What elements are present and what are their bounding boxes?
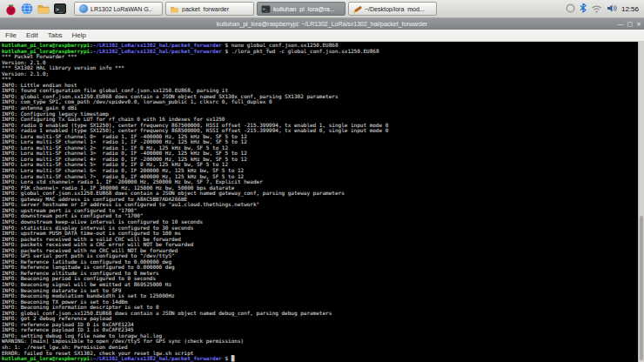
volume-icon[interactable] [607, 1, 617, 17]
window-title: kutluhan_pi_lora@raspberrypi: ~/LR1302_L… [0, 18, 644, 30]
svg-text:>_: >_ [263, 6, 268, 12]
terminal-scrollbar[interactable] [638, 42, 644, 362]
clock: 12:56 [621, 5, 639, 13]
terminal-icon: >_ [261, 4, 271, 14]
window-controls: — ▢ ✕ [618, 18, 642, 30]
desktop: >_ LR1302 LoRaWAN G.. packet_forwarder [0, 0, 644, 362]
maximize-button[interactable]: ▢ [627, 18, 634, 30]
menu-help[interactable]: Help [72, 31, 86, 39]
browser-globe-icon[interactable] [20, 2, 34, 16]
close-button[interactable]: ✕ [636, 18, 641, 30]
terminal-window: kutluhan_pi_lora@raspberrypi: ~/LR1302_L… [0, 18, 644, 362]
task-button-area: LR1302 LoRaWAN G.. packet_forwarder >_ [74, 2, 437, 16]
taskbar-window-label: packet_forwarder [182, 6, 229, 12]
menu-edit[interactable]: Edit [26, 31, 38, 39]
terminal-launcher-icon[interactable]: >_ [53, 2, 67, 16]
menu-bar: File Edit Tabs Help [0, 30, 644, 42]
taskbar-window-packet-forwarder[interactable]: packet_forwarder [165, 2, 254, 16]
terminal-output[interactable]: kutluhan_pi_lora@raspberrypi:~/LR1302_Lo… [0, 42, 638, 362]
folder-icon [170, 4, 179, 14]
taskbar-window-label: ~/Desktop/lora_mod... [365, 6, 425, 12]
window-titlebar[interactable]: kutluhan_pi_lora@raspberrypi: ~/LR1302_L… [0, 18, 644, 30]
taskbar-window-label: kutluhan_pi_lora@ra... [273, 6, 335, 12]
browser-tab-icon [78, 4, 88, 14]
file-manager-icon[interactable] [37, 2, 50, 16]
taskbar-window-label: LR1302 LoRaWAN G.. [91, 6, 152, 12]
pencil-icon [352, 4, 362, 14]
minimize-button[interactable]: — [618, 18, 624, 30]
cpu-monitor-icon[interactable] [566, 1, 575, 17]
taskbar: >_ LR1302 LoRaWAN G.. packet_forwarder [0, 0, 644, 18]
scrollbar-thumb[interactable] [640, 216, 643, 360]
system-tray: 12:56 [566, 1, 641, 17]
taskbar-window-terminal[interactable]: >_ kutluhan_pi_lora@ra... [257, 2, 345, 16]
menu-file[interactable]: File [5, 31, 17, 39]
launcher-area: >_ [3, 2, 67, 16]
menu-tabs[interactable]: Tabs [48, 31, 63, 39]
taskbar-window-lr1302-browser[interactable]: LR1302 LoRaWAN G.. [74, 2, 163, 16]
raspberry-menu-icon[interactable] [3, 2, 17, 16]
taskbar-window-editor[interactable]: ~/Desktop/lora_mod... [348, 2, 437, 16]
bluetooth-icon[interactable] [580, 1, 587, 17]
terminal-line: kutluhan_pi_lora@raspberrypi:~/LR1302_Lo… [2, 356, 638, 362]
svg-text:>_: >_ [56, 6, 63, 13]
terminal-container: kutluhan_pi_lora@raspberrypi:~/LR1302_Lo… [0, 42, 644, 362]
wifi-icon[interactable] [591, 1, 602, 17]
